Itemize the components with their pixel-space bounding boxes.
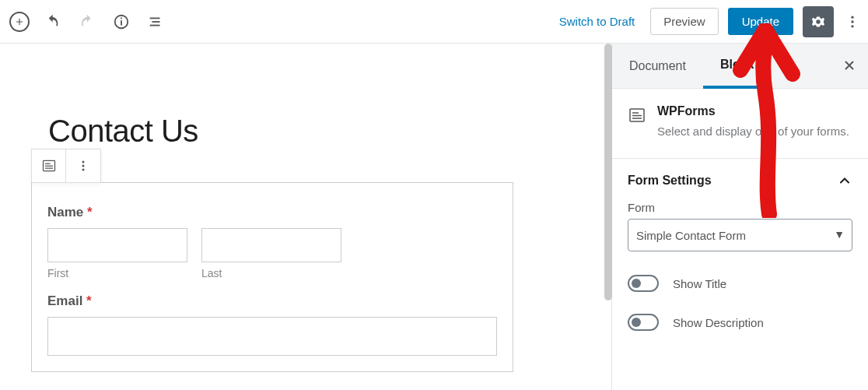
svg-rect-10 [45,163,51,164]
svg-rect-2 [121,17,122,19]
svg-rect-5 [150,24,160,26]
svg-point-6 [851,16,853,18]
add-block-button[interactable] [9,12,30,32]
panel-title: Form Settings [628,174,712,188]
block-toolbar [31,149,101,183]
block-more-button[interactable] [66,149,100,182]
show-description-row: Show Description [612,303,868,342]
form-settings-panel-body: Form Simple Contact Form ▼ [612,201,868,264]
gear-icon [810,13,827,30]
settings-sidebar: Document Block WPForms Select and displa… [611,44,868,390]
form-select-label: Form [628,201,852,214]
first-name-input[interactable] [47,228,187,262]
required-mark: * [87,205,93,220]
switch-to-draft-button[interactable]: Switch to Draft [553,9,642,34]
form-icon [41,158,57,174]
editor-toolbar: Switch to Draft Preview Update [0,0,868,44]
sidebar-tabs: Document Block [612,44,868,89]
update-button[interactable]: Update [728,8,793,35]
form-select[interactable]: Simple Contact Form [628,219,852,251]
svg-rect-11 [45,166,53,167]
show-description-label: Show Description [673,316,764,329]
workspace: Contact Us Name * [0,44,868,390]
more-vertical-icon [75,158,91,174]
block-info-desc: Select and display one of your forms. [657,123,849,139]
page-title[interactable]: Contact Us [48,114,611,149]
svg-point-14 [82,165,85,167]
preview-button[interactable]: Preview [650,8,718,35]
name-label: Name * [47,205,497,220]
svg-point-13 [82,161,85,163]
undo-button[interactable] [39,8,67,36]
block-info: WPForms Select and display one of your f… [612,89,868,159]
svg-rect-12 [45,168,53,169]
svg-point-8 [851,25,853,27]
toolbar-left [6,8,170,36]
more-options-button[interactable] [843,8,862,36]
first-sublabel: First [47,267,187,279]
required-mark: * [86,293,92,308]
svg-rect-1 [121,20,122,25]
form-settings-panel-header[interactable]: Form Settings [612,159,868,201]
toolbar-right: Switch to Draft Preview Update [553,6,862,37]
chevron-up-icon [837,173,852,188]
email-field: Email * [47,293,497,356]
close-icon [842,58,856,72]
last-sublabel: Last [201,267,341,279]
svg-point-7 [851,20,853,23]
info-button[interactable] [107,8,135,36]
block-type-icon[interactable] [32,149,66,182]
block-info-title: WPForms [657,104,849,118]
form-preview: Name * First Last [31,182,513,372]
show-title-toggle[interactable] [628,275,659,292]
outline-button[interactable] [142,8,170,36]
wpforms-icon [628,106,646,125]
editor-canvas[interactable]: Contact Us Name * [0,44,611,390]
settings-button[interactable] [803,6,834,37]
last-name-input[interactable] [201,228,341,262]
tab-block[interactable]: Block [703,44,772,89]
name-field: Name * First Last [47,205,497,279]
email-label: Email * [47,293,497,309]
tab-document[interactable]: Document [612,45,703,87]
svg-point-15 [82,169,85,171]
svg-rect-3 [150,17,160,19]
show-title-row: Show Title [612,264,868,303]
more-vertical-icon [845,14,860,30]
show-description-toggle[interactable] [628,314,659,331]
scrollbar[interactable] [604,44,612,300]
close-sidebar-button[interactable] [838,54,860,76]
redo-button[interactable] [73,8,101,36]
show-title-label: Show Title [673,277,726,290]
svg-rect-4 [152,21,159,23]
email-input[interactable] [47,317,497,356]
wpforms-block[interactable]: Name * First Last [31,149,611,372]
